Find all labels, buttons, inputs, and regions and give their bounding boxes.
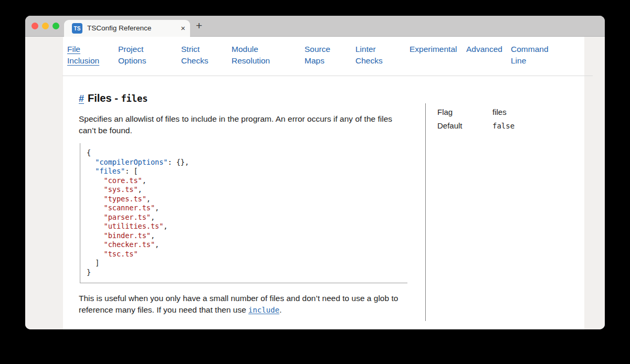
nav-link-source-maps[interactable]: SourceMaps (304, 44, 355, 67)
nav-link-project-options[interactable]: ProjectOptions (118, 44, 181, 67)
article: #Files - files Specifies an allowlist of… (79, 91, 415, 316)
new-tab-icon[interactable]: + (196, 19, 202, 32)
heading-title: Files - (88, 92, 121, 104)
code-line: { (87, 148, 407, 158)
sidebar-row-label: Default (437, 121, 492, 130)
sidebar-row-default: Defaultfalse (437, 121, 569, 130)
nav-link-line: Options (118, 55, 181, 67)
heading-anchor-link[interactable]: # (79, 93, 84, 104)
code-line: "files": [ (87, 167, 407, 176)
tab-close-icon[interactable]: × (181, 24, 185, 33)
nav-link-linter-checks[interactable]: LinterChecks (355, 44, 410, 67)
sidebar-row-label: Flag (437, 108, 492, 116)
code-line: "core.ts", (87, 176, 407, 186)
browser-window: TS TSConfig Reference × + FileInclusionP… (25, 16, 605, 329)
code-line: "tsc.ts" (87, 250, 407, 259)
outro-text-before: This is useful when you only have a smal… (79, 294, 398, 314)
nav-link-command-line[interactable]: CommandLine (511, 44, 549, 67)
nav-link-line: Checks (181, 55, 232, 67)
page-background: FileInclusionProjectOptionsStrictChecksM… (25, 37, 605, 329)
code-line: "binder.ts", (87, 231, 407, 241)
section-heading: #Files - files (79, 91, 415, 105)
json-code-block: { "compilerOptions": {}, "files": [ "cor… (80, 143, 407, 283)
nav-link-line: Checks (355, 55, 410, 67)
option-meta-sidebar: FlagfilesDefaultfalse (437, 108, 569, 135)
nav-link-line: Module (232, 44, 304, 55)
outro-paragraph: This is useful when you only have a smal… (79, 293, 411, 316)
nav-link-line: Linter (355, 44, 410, 55)
nav-link-module-resolution[interactable]: ModuleResolution (232, 44, 304, 67)
code-line: "sys.ts", (87, 185, 407, 195)
close-window-button[interactable] (32, 23, 38, 29)
nav-link-advanced[interactable]: Advanced (466, 44, 511, 55)
include-link[interactable]: include (248, 306, 279, 314)
code-line: "types.ts", (87, 195, 407, 204)
typescript-favicon-icon: TS (72, 23, 82, 34)
intro-paragraph: Specifies an allowlist of files to inclu… (79, 113, 411, 136)
sidebar-row-value: files (492, 108, 507, 116)
nav-link-line: Line (511, 55, 549, 67)
tab-title: TSConfig Reference (87, 24, 151, 32)
nav-link-file-inclusion[interactable]: FileInclusion (67, 44, 118, 67)
code-line: "checker.ts", (87, 240, 407, 250)
nav-link-line: Advanced (466, 44, 511, 55)
nav-link-line: Source (304, 44, 355, 55)
sidebar-divider (425, 103, 426, 321)
nav-link-line: Command (511, 44, 549, 55)
nav-divider (62, 76, 593, 76)
outro-text-after: . (279, 305, 281, 314)
code-line: "compilerOptions": {}, (87, 158, 407, 167)
nav-link-line: Experimental (410, 44, 466, 55)
code-line: } (87, 268, 407, 277)
sidebar-row-value: false (492, 122, 514, 130)
nav-link-line: Maps (304, 55, 355, 67)
nav-link-line: Resolution (232, 55, 304, 67)
nav-link-strict-checks[interactable]: StrictChecks (181, 44, 232, 67)
code-line: "parser.ts", (87, 213, 407, 222)
browser-tab[interactable]: TS TSConfig Reference × (64, 20, 190, 37)
minimize-window-button[interactable] (42, 23, 49, 29)
zoom-window-button[interactable] (52, 23, 59, 29)
nav-link-line: Strict (181, 44, 232, 55)
browser-tab-bar: TS TSConfig Reference × + (25, 16, 605, 37)
code-line: ] (87, 259, 407, 268)
nav-link-line: Project (118, 44, 181, 55)
top-nav: FileInclusionProjectOptionsStrictChecksM… (67, 44, 549, 67)
code-line: "utilities.ts", (87, 222, 407, 231)
nav-link-experimental[interactable]: Experimental (410, 44, 466, 55)
heading-code: files (121, 93, 148, 104)
code-line: "scanner.ts", (87, 204, 407, 213)
nav-link-line: File (67, 44, 118, 55)
nav-link-line: Inclusion (67, 55, 118, 67)
sidebar-row-flag: Flagfiles (437, 108, 569, 116)
